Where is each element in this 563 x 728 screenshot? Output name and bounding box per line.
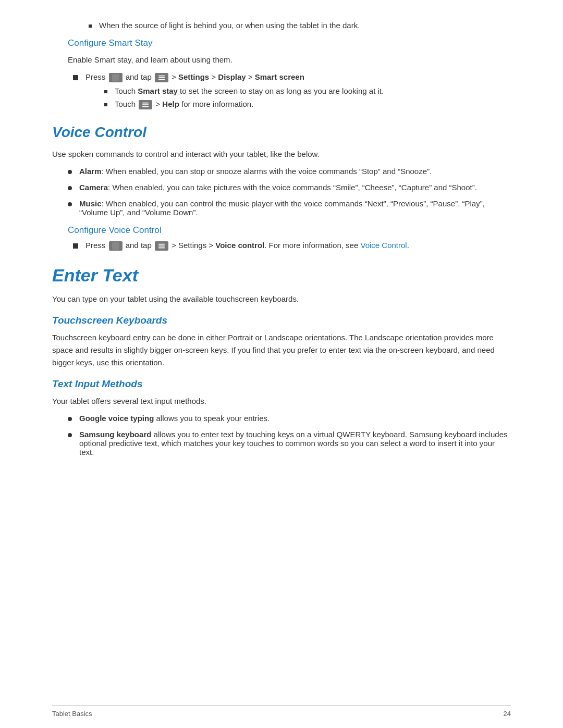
smart-stay-sub-text1: Touch Smart stay to set the screen to st… xyxy=(115,87,384,95)
svg-rect-0 xyxy=(112,74,119,81)
round-bullet-icon4 xyxy=(68,417,72,421)
alarm-text: Alarm: When enabled, you can stop or sno… xyxy=(79,167,432,176)
svg-rect-2 xyxy=(158,77,165,78)
home-button-icon2 xyxy=(109,241,123,251)
home-button-icon xyxy=(109,73,123,82)
text-input-methods-section: Text Input Methods Your tablet offers se… xyxy=(52,378,511,456)
page-container: When the source of light is behind you, … xyxy=(0,0,563,495)
press-settings-text: > Settings > Display > Smart screen xyxy=(172,72,304,81)
svg-rect-1 xyxy=(158,76,165,77)
round-bullet-icon5 xyxy=(68,433,72,437)
configure-smart-stay-intro: Enable Smart stay, and learn about using… xyxy=(68,54,511,66)
voice-control-press-bullet: Press and tap > Settings > Voice control… xyxy=(68,241,511,251)
svg-rect-9 xyxy=(158,245,165,246)
voice-control-intro: Use spoken commands to control and inter… xyxy=(52,148,511,161)
bullet-square-icon xyxy=(89,24,92,28)
smart-stay-sub-bullet2: Touch > Help for more information. xyxy=(99,100,511,109)
top-bullet-text: When the source of light is behind you, … xyxy=(99,21,360,30)
text-input-intro: Your tablet offers several text input me… xyxy=(52,395,511,408)
top-bullet-item: When the source of light is behind you, … xyxy=(83,21,511,30)
svg-rect-5 xyxy=(142,104,149,105)
enter-text-intro: You can type on your tablet using the av… xyxy=(52,293,511,305)
top-section: When the source of light is behind you, … xyxy=(52,21,511,30)
google-voice-bullet: Google voice typing allows you to speak … xyxy=(63,414,511,423)
bullet-square-icon2 xyxy=(73,75,78,80)
touchscreen-keyboards-text: Touchscreen keyboard entry can be done i… xyxy=(52,331,511,369)
voice-control-press-content: Press and tap > Settings > Voice control… xyxy=(85,241,409,251)
press-and-tap-text: and tap xyxy=(126,72,154,81)
voice-control-heading: Voice Control xyxy=(52,124,511,141)
enter-text-section: Enter Text You can type on your tablet u… xyxy=(52,265,511,456)
text-input-methods-heading: Text Input Methods xyxy=(52,378,511,390)
svg-rect-6 xyxy=(142,106,149,107)
menu-icon3 xyxy=(155,241,168,251)
samsung-keyboard-bullet: Samsung keyboard allows you to enter tex… xyxy=(63,430,511,456)
configure-voice-control-section: Configure Voice Control Press and tap xyxy=(52,225,511,251)
smart-stay-sub-bullet1: Touch Smart stay to set the screen to st… xyxy=(99,87,511,95)
svg-rect-7 xyxy=(112,242,119,250)
press-bullet-item: Press and tap > Settings > Display > Sma… xyxy=(68,72,511,82)
touchscreen-keyboards-section: Touchscreen Keyboards Touchscreen keyboa… xyxy=(52,315,511,369)
google-voice-text: Google voice typing allows you to speak … xyxy=(79,414,270,423)
configure-voice-control-heading: Configure Voice Control xyxy=(68,225,511,236)
configure-smart-stay-section: Configure Smart Stay Enable Smart stay, … xyxy=(52,38,511,109)
press-label: Press xyxy=(85,72,105,81)
footer-right: 24 xyxy=(504,710,511,718)
text-input-bullets: Google voice typing allows you to speak … xyxy=(52,414,511,456)
touchscreen-keyboards-heading: Touchscreen Keyboards xyxy=(52,315,511,326)
menu-icon2 xyxy=(139,100,152,109)
page-footer: Tablet Basics 24 xyxy=(52,705,511,718)
footer-left: Tablet Basics xyxy=(52,710,92,718)
configure-smart-stay-heading: Configure Smart Stay xyxy=(68,38,511,48)
round-bullet-icon1 xyxy=(68,170,72,174)
sub-bullet-icon2 xyxy=(104,103,107,106)
camera-text: Camera: When enabled, you can take pictu… xyxy=(79,183,477,192)
voice-control-link[interactable]: Voice Control xyxy=(360,241,407,250)
svg-rect-10 xyxy=(158,248,165,249)
menu-icon xyxy=(155,73,168,82)
voice-control-section: Voice Control Use spoken commands to con… xyxy=(52,124,511,251)
enter-text-heading: Enter Text xyxy=(52,265,511,286)
samsung-keyboard-text: Samsung keyboard allows you to enter tex… xyxy=(79,430,511,456)
alarm-bullet: Alarm: When enabled, you can stop or sno… xyxy=(63,167,511,176)
press-bullet-content: Press and tap > Settings > Display > Sma… xyxy=(85,72,304,82)
svg-rect-3 xyxy=(158,79,165,80)
camera-bullet: Camera: When enabled, you can take pictu… xyxy=(63,183,511,192)
sub-bullet-icon1 xyxy=(104,90,107,93)
bullet-square-icon3 xyxy=(73,243,78,249)
smart-stay-sub-text2: Touch > Help for more information. xyxy=(115,100,253,109)
svg-rect-8 xyxy=(158,244,165,245)
round-bullet-icon2 xyxy=(68,186,72,190)
music-text: Music: When enabled, you can control the… xyxy=(79,199,511,217)
round-bullet-icon3 xyxy=(68,202,72,206)
svg-rect-4 xyxy=(142,103,149,104)
music-bullet: Music: When enabled, you can control the… xyxy=(63,199,511,217)
sub-bullets-section: Touch Smart stay to set the screen to st… xyxy=(68,87,511,109)
voice-control-bullets: Alarm: When enabled, you can stop or sno… xyxy=(52,167,511,217)
